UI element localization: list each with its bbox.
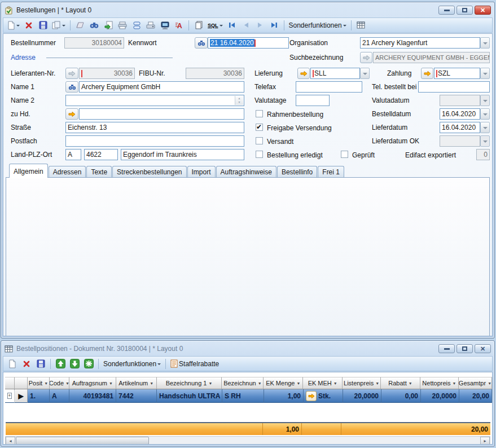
print-button[interactable] — [116, 19, 129, 32]
monitor-button[interactable] — [158, 19, 172, 32]
suchbezeichnung-lookup-button[interactable] — [360, 52, 372, 63]
column-header-bezeichnung2[interactable]: Bezeichnun▼ — [222, 377, 264, 389]
row-expand-cell[interactable]: + — [5, 389, 15, 403]
column-header-nettopreis[interactable]: Nettopreis▼ — [420, 377, 459, 389]
nav-first-button[interactable] — [225, 19, 239, 32]
scroll-left-button[interactable]: ◂ — [6, 437, 15, 445]
spinner-icon[interactable]: ▴▾ — [235, 96, 243, 105]
cards-button[interactable] — [130, 19, 143, 32]
cell-artikelnum[interactable]: 7442 — [116, 389, 157, 403]
zu-hd-lookup-button[interactable] — [65, 108, 78, 120]
search-button[interactable] — [87, 19, 101, 32]
column-dropdown-icon[interactable]: ▼ — [297, 381, 301, 385]
column-header-artikelnum[interactable]: Artikelnum▼ — [116, 377, 157, 389]
versandt-checkbox[interactable] — [256, 137, 263, 144]
tab-adressen[interactable]: Adressen — [49, 166, 86, 178]
cell-auftragsnum[interactable]: 40193481 — [69, 389, 116, 403]
tab-auftragshinweise[interactable]: Auftragshinweise — [216, 166, 276, 178]
suchbezeichnung-field[interactable]: ARCHERY EQUIPMENT GMBH - EGGEN — [373, 52, 490, 63]
name1-field[interactable]: Archery Equipment GmbH — [79, 81, 244, 93]
cell-rabatt[interactable]: 0,00 — [381, 389, 421, 403]
column-header-posit[interactable]: Posit▼ — [28, 377, 50, 389]
valutatage-field[interactable] — [296, 95, 330, 106]
minimize-button[interactable] — [438, 6, 455, 15]
column-dropdown-icon[interactable]: ▼ — [488, 381, 491, 385]
move-up-button[interactable] — [54, 357, 67, 370]
horizontal-scrollbar[interactable]: ◂ ▸ — [5, 436, 490, 445]
column-dropdown-icon[interactable]: ▼ — [150, 381, 153, 385]
fibu-nr-field[interactable]: 30036 — [186, 68, 244, 79]
land-field[interactable]: A — [65, 149, 81, 160]
bestelldatum-field[interactable]: 16.04.2020 — [440, 108, 480, 120]
eraser-button[interactable] — [73, 19, 87, 32]
zahlung-field[interactable]: SZL — [434, 68, 480, 79]
sql-button[interactable]: SQL — [206, 19, 225, 32]
organisation-dropdown-button[interactable] — [480, 37, 490, 49]
lieferanten-lookup-button[interactable] — [65, 68, 78, 79]
lieferung-lookup-button[interactable] — [297, 68, 310, 79]
nav-next-button[interactable] — [253, 19, 267, 32]
lieferanten-nr-field[interactable]: 30036 — [79, 68, 135, 79]
cell-code[interactable]: A — [50, 389, 69, 403]
column-dropdown-icon[interactable]: ▼ — [208, 381, 212, 385]
table-row[interactable]: + ▶ 1. A 40193481 7442 Handschuh ULTRA S… — [5, 389, 492, 403]
nav-prev-button[interactable] — [239, 19, 253, 32]
column-header-gesamtpreis[interactable]: Gesamtpr▼ — [459, 377, 492, 389]
cell-nettopreis[interactable]: 20,0000 — [421, 389, 459, 403]
cell-ek-meh[interactable]: Stk. — [304, 389, 343, 403]
mail-merge-button[interactable]: A — [172, 19, 186, 32]
valutadatum-dropdown-button[interactable] — [480, 95, 490, 106]
column-dropdown-icon[interactable]: ▼ — [453, 381, 457, 385]
tab-import[interactable]: Import — [187, 166, 216, 178]
column-header-code[interactable]: Code▼ — [50, 377, 69, 389]
new-document-button[interactable] — [6, 19, 21, 32]
column-dropdown-icon[interactable]: ▼ — [44, 381, 48, 385]
lieferdatum-ok-dropdown-button[interactable] — [480, 135, 490, 147]
delete-button[interactable] — [22, 19, 36, 32]
delete-position-button[interactable] — [20, 357, 33, 370]
column-header-bezeichnung1[interactable]: Bezeichnung 1▼ — [157, 377, 222, 389]
row-indicator-column-header[interactable] — [15, 377, 28, 389]
expand-plus-icon[interactable]: + — [7, 393, 12, 399]
cell-ek-menge[interactable]: 1,00 — [264, 389, 304, 403]
zahlung-lookup-button[interactable] — [421, 68, 433, 79]
column-dropdown-icon[interactable]: ▼ — [109, 381, 113, 385]
scrollbar-thumb[interactable] — [16, 437, 149, 445]
column-dropdown-icon[interactable]: ▼ — [333, 381, 337, 385]
restore-button[interactable] — [457, 6, 473, 15]
column-dropdown-icon[interactable]: ▼ — [409, 381, 412, 385]
orders-titlebar[interactable]: Bestellungen | * Layout 0 ✕ — [3, 3, 492, 17]
lieferdatum-field[interactable]: 16.04.2020 — [440, 122, 480, 133]
nav-last-button[interactable] — [267, 19, 281, 32]
geprueft-checkbox[interactable] — [341, 151, 348, 158]
move-down-button[interactable] — [68, 357, 81, 370]
lieferdatum-ok-field[interactable] — [440, 135, 480, 147]
cell-gesamtpreis[interactable]: 20,00 — [459, 389, 492, 403]
lieferdatum-dropdown-button[interactable] — [480, 122, 490, 133]
name1-search-button[interactable] — [65, 81, 78, 93]
staffelrabatte-button[interactable]: Staffelrabatte — [169, 357, 221, 370]
positions-titlebar[interactable]: Bestellpositionen - Dokument Nr. 3018000… — [3, 342, 492, 355]
column-header-ek-meh[interactable]: EK MEH▼ — [303, 377, 343, 389]
save-position-button[interactable] — [34, 357, 47, 370]
sonderfunktionen-button[interactable]: Sonderfunktionen — [102, 357, 163, 370]
minimize-button[interactable] — [438, 344, 455, 353]
column-header-ek-menge[interactable]: EK Menge▼ — [264, 377, 303, 389]
copy-button[interactable] — [50, 19, 67, 32]
telefax-field[interactable] — [296, 81, 362, 93]
edifact-field[interactable]: 0 — [476, 149, 490, 160]
fax-button[interactable] — [144, 19, 157, 32]
plz-field[interactable]: 4622 — [84, 149, 118, 160]
import-button[interactable] — [102, 19, 115, 32]
organisation-field[interactable]: 21 Archery Klagenfurt — [360, 37, 480, 49]
bestellung-erledigt-checkbox[interactable] — [256, 151, 263, 158]
lieferung-field[interactable]: SLL — [310, 68, 360, 79]
tab-bestellinfo[interactable]: Bestellinfo — [277, 166, 317, 178]
zahlung-dropdown-button[interactable] — [480, 68, 490, 79]
strasse-field[interactable]: Eichenstr. 13 — [65, 122, 244, 133]
bestellnummer-field[interactable]: 30180004 — [64, 37, 124, 49]
freigabe-versendung-checkbox[interactable] — [256, 124, 263, 131]
lieferung-dropdown-button[interactable] — [360, 68, 370, 79]
postfach-field[interactable] — [65, 135, 244, 147]
tab-allgemein[interactable]: Allgemein — [9, 164, 48, 178]
